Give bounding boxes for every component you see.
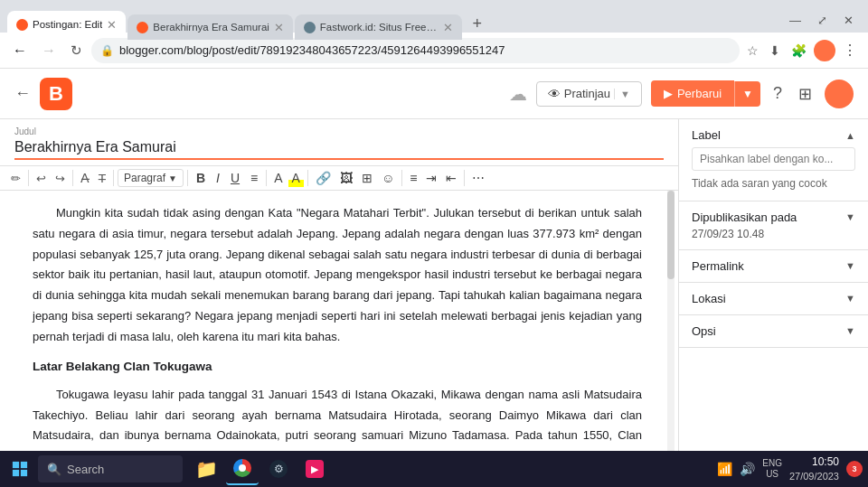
tab-postingan-edit[interactable]: Postingan: Edit ✕ <box>7 11 126 38</box>
text-color-button[interactable]: A <box>270 169 286 187</box>
back-button[interactable]: ← <box>7 41 33 61</box>
tab-fastwork[interactable]: Fastwork.id: Situs Freelance Onli... ✕ <box>295 14 462 40</box>
steam-app[interactable]: ⚙ <box>262 453 295 485</box>
preview-button[interactable]: 👁 Pratinjau ▼ <box>536 81 642 107</box>
image-button[interactable]: 🖼 <box>336 169 356 187</box>
toolbar-sep8 <box>464 170 465 186</box>
more-options-button[interactable]: ⋯ <box>468 169 488 187</box>
align-button[interactable]: ≡ <box>246 169 262 187</box>
eye-icon: 👁 <box>548 87 561 101</box>
close-btn[interactable]: ✕ <box>836 12 861 29</box>
taskbar-search-text: Search <box>67 463 104 476</box>
toolbar-sep4 <box>187 170 188 186</box>
menu-icon[interactable]: ⋮ <box>839 38 861 62</box>
notification-badge[interactable]: 3 <box>846 461 863 477</box>
preview-dropdown-icon[interactable]: ▼ <box>614 89 630 99</box>
options-section-title: Opsi <box>692 324 716 338</box>
clock[interactable]: 10:50 27/09/2023 <box>789 455 839 482</box>
save-icon[interactable]: ⬇ <box>766 40 784 61</box>
minimize-btn[interactable]: — <box>782 12 808 29</box>
network-icon[interactable]: 📶 <box>717 462 732 476</box>
bold-button[interactable]: B <box>192 169 210 187</box>
publish-main-button[interactable]: ▶ Perbarui <box>651 80 734 107</box>
new-tab-button[interactable]: + <box>466 12 489 35</box>
paragraph-format-select[interactable]: Paragraf ▼ <box>118 169 184 187</box>
tab-bar: Postingan: Edit ✕ Berakhirnya Era Samura… <box>0 0 868 33</box>
language-indicator[interactable]: ENG US <box>762 458 782 480</box>
emoji-button[interactable]: ☺ <box>378 169 398 187</box>
svg-rect-1 <box>21 462 27 468</box>
taskbar-search-icon: 🔍 <box>47 463 61 476</box>
tab3-close[interactable]: ✕ <box>443 21 453 34</box>
tab1-favicon <box>16 19 28 31</box>
extensions-icon[interactable]: 🧩 <box>788 40 810 61</box>
editor-toolbar: ✏ ↩ ↪ A̶ T̶ Paragraf ▼ B I U ≡ A A <box>0 166 678 191</box>
windows-icon <box>12 461 28 477</box>
svg-rect-0 <box>13 462 19 468</box>
label-input[interactable] <box>692 147 855 171</box>
reload-button[interactable]: ↻ <box>65 41 88 61</box>
clear-format-button[interactable]: T̶ <box>95 170 109 187</box>
options-chevron-icon: ▼ <box>845 325 855 336</box>
window-controls: — ⤢ ✕ <box>782 12 861 29</box>
link-button[interactable]: 🔗 <box>312 169 335 187</box>
help-icon[interactable]: ? <box>769 80 786 107</box>
no-suggestion-text: Tidak ada saran yang cocok <box>692 176 855 192</box>
post-title-input[interactable] <box>14 139 664 160</box>
outdent-button[interactable]: ⇤ <box>442 169 460 187</box>
file-explorer-icon: 📁 <box>195 458 218 480</box>
blogger-back-arrow[interactable]: ← <box>14 84 31 103</box>
indent-button[interactable]: ⇥ <box>422 169 440 187</box>
url-bar[interactable]: 🔒 blogger.com/blog/post/edit/78919234804… <box>91 38 740 63</box>
chrome-app[interactable] <box>226 453 259 485</box>
svg-rect-3 <box>21 470 27 476</box>
font-size-button[interactable]: A̶ <box>77 169 93 187</box>
edit-mode-icon[interactable]: ✏ <box>7 170 24 187</box>
media-app[interactable]: ▶ <box>298 453 331 485</box>
chrome-icon <box>233 459 251 477</box>
tab1-close[interactable]: ✕ <box>107 18 117 32</box>
taskbar-search[interactable]: 🔍 Search <box>38 455 183 482</box>
publish-section: Dipublikasikan pada ▼ 27/09/23 10.48 <box>679 201 868 250</box>
undo-button[interactable]: ↩ <box>33 170 50 187</box>
language-text: ENG <box>762 458 782 469</box>
tab2-label: Berakhirnya Era Samurai <box>153 22 269 33</box>
apps-grid-icon[interactable]: ⊞ <box>795 80 816 108</box>
underline-button[interactable]: U <box>226 169 244 187</box>
text-align-button[interactable]: ≡ <box>406 169 420 187</box>
profile-avatar-nav[interactable] <box>814 40 835 61</box>
tab-berakhirnya[interactable]: Berakhirnya Era Samurai ✕ <box>127 14 292 40</box>
permalink-section-header[interactable]: Permalink ▼ <box>692 259 855 273</box>
title-label: Judul <box>14 126 664 136</box>
permalink-section: Permalink ▼ <box>679 250 868 283</box>
file-explorer-app[interactable]: 📁 <box>190 453 222 485</box>
url-text: blogger.com/blog/post/edit/7891923480436… <box>119 43 731 57</box>
blogger-bar: ← B ☁ 👁 Pratinjau ▼ ▶ Perbarui ▼ ? ⊞ <box>0 69 868 119</box>
options-section-header[interactable]: Opsi ▼ <box>692 324 855 338</box>
label-section-header[interactable]: Label ▲ <box>692 128 855 142</box>
redo-button[interactable]: ↪ <box>52 170 69 187</box>
start-button[interactable] <box>5 454 34 483</box>
publish-section-header[interactable]: Dipublikasikan pada ▼ <box>692 211 855 224</box>
highlight-button[interactable]: A <box>288 169 304 187</box>
editor-column: Judul ✏ ↩ ↪ A̶ T̶ Paragraf ▼ B I <box>0 119 678 487</box>
editor-content[interactable]: Mungkin kita sudah tidak asing dengan Ka… <box>0 191 678 487</box>
italic-button[interactable]: I <box>212 169 224 187</box>
browser: Postingan: Edit ✕ Berakhirnya Era Samura… <box>0 0 868 487</box>
tab2-close[interactable]: ✕ <box>274 21 284 34</box>
publish-section-title: Dipublikasikan pada <box>692 211 797 224</box>
volume-icon[interactable]: 🔊 <box>740 462 755 476</box>
table-button[interactable]: ⊞ <box>358 169 376 187</box>
forward-button[interactable]: → <box>36 41 61 61</box>
bookmark-icon[interactable]: ☆ <box>743 40 762 61</box>
media-icon: ▶ <box>306 460 324 478</box>
label-section: Label ▲ Tidak ada saran yang cocok <box>679 119 868 201</box>
publish-dropdown-button[interactable]: ▼ <box>734 81 760 107</box>
toolbar-sep1 <box>28 170 29 186</box>
maximize-btn[interactable]: ⤢ <box>810 12 835 29</box>
location-section-header[interactable]: Lokasi ▼ <box>692 292 855 305</box>
toolbar-sep7 <box>401 170 402 186</box>
user-avatar[interactable] <box>825 80 854 108</box>
label-section-title: Label <box>692 128 721 142</box>
intro-paragraph: Mungkin kita sudah tidak asing dengan Ka… <box>33 203 642 347</box>
